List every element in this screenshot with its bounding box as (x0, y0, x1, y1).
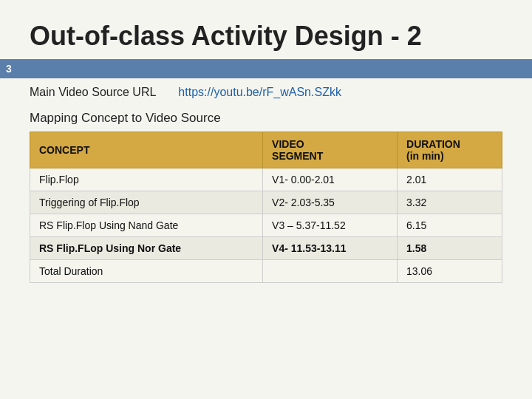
cell-segment: V4- 11.53-13.11 (263, 237, 398, 260)
cell-duration: 2.01 (398, 168, 502, 191)
cell-concept: Triggering of Flip.Flop (30, 191, 263, 214)
cell-duration: 1.58 (398, 237, 502, 260)
url-link[interactable]: https://youtu.be/rF_wASn.SZkk (178, 86, 341, 99)
table-row: RS Flip.FLop Using Nor GateV4- 11.53-13.… (30, 237, 502, 260)
table-row: Triggering of Flip.FlopV2- 2.03-5.353.32 (30, 191, 502, 214)
slide-number: 3 (0, 61, 19, 76)
content-area: Main Video Source URL https://youtu.be/r… (0, 78, 532, 290)
slide: Out-of-class Activity Design - 2 3 Main … (0, 0, 532, 399)
cell-concept: Flip.Flop (30, 168, 263, 191)
cell-segment: V3 – 5.37-11.52 (263, 214, 398, 237)
cell-duration: 3.32 (398, 191, 502, 214)
table-header-row: CONCEPT VIDEOSEGMENT DURATION(in min) (30, 132, 502, 168)
section-heading: Mapping Concept to Video Source (30, 111, 502, 126)
table-row: RS Flip.Flop Using Nand GateV3 – 5.37-11… (30, 214, 502, 237)
title-area: Out-of-class Activity Design - 2 (0, 0, 532, 59)
url-label: Main Video Source URL (30, 86, 156, 99)
cell-concept: RS Flip.FLop Using Nor Gate (30, 237, 263, 260)
col-header-segment: VIDEOSEGMENT (263, 132, 398, 168)
cell-concept: Total Duration (30, 260, 263, 283)
slide-number-bar: 3 (0, 59, 532, 78)
table-row: Flip.FlopV1- 0.00-2.012.01 (30, 168, 502, 191)
cell-segment (263, 260, 398, 283)
cell-concept: RS Flip.Flop Using Nand Gate (30, 214, 263, 237)
col-header-duration: DURATION(in min) (398, 132, 502, 168)
page-title: Out-of-class Activity Design - 2 (30, 21, 502, 52)
cell-segment: V1- 0.00-2.01 (263, 168, 398, 191)
col-header-concept: CONCEPT (30, 132, 263, 168)
cell-duration: 6.15 (398, 214, 502, 237)
url-row: Main Video Source URL https://youtu.be/r… (30, 86, 502, 99)
cell-duration: 13.06 (398, 260, 502, 283)
table-row: Total Duration13.06 (30, 260, 502, 283)
cell-segment: V2- 2.03-5.35 (263, 191, 398, 214)
concept-table: CONCEPT VIDEOSEGMENT DURATION(in min) Fl… (30, 132, 502, 283)
